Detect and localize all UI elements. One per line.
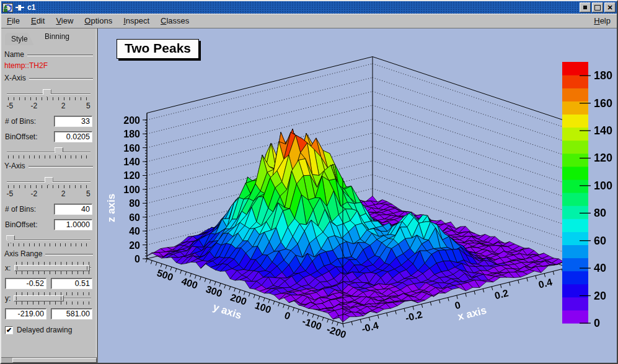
scale-label: -2	[31, 102, 38, 110]
slider-groove	[7, 152, 90, 153]
slider-ticks	[16, 301, 91, 305]
y-range-row: y:	[5, 292, 92, 305]
panel-h-scrollbar-thumb[interactable]	[12, 358, 97, 363]
y-axis-scale-slider[interactable]: -5 -2 2 5	[6, 176, 92, 199]
menu-options-rest: ptions	[90, 16, 112, 25]
canvas-pad[interactable]: Two Peaks	[98, 28, 617, 363]
panel-h-scrollbar[interactable]	[1, 357, 97, 363]
x-offset-row: BinOffset:	[5, 131, 92, 142]
axis-range-section-header: Axis Range	[4, 249, 93, 258]
surface-plot-canvas[interactable]	[98, 28, 617, 363]
slider-ticks	[8, 97, 90, 100]
x-range-fields	[5, 278, 92, 289]
panel-spacer	[4, 334, 94, 357]
delayed-drawing-row: Delayed drawing	[5, 326, 92, 334]
menu-bar: File Edit View Options Inspect Classes H…	[1, 14, 617, 28]
delayed-drawing-label: Delayed drawing	[17, 326, 72, 334]
slider-scale-labels: -5 -2 2 5	[6, 189, 92, 198]
x-min-field[interactable]	[5, 278, 46, 289]
section-divider	[45, 254, 93, 256]
menu-classes-rest: lasses	[166, 16, 189, 25]
x-axis-scale-slider[interactable]: -5 -2 2 5	[6, 88, 92, 111]
y-min-field[interactable]	[5, 308, 46, 319]
slider-ticks	[8, 155, 90, 158]
x-range-row: x:	[5, 261, 92, 275]
x-range-slider-bar[interactable]	[14, 265, 90, 271]
y-offset-field[interactable]	[54, 219, 92, 230]
plot-title[interactable]: Two Peaks	[117, 39, 199, 59]
menu-classes[interactable]: Classes	[155, 14, 195, 27]
slider-ticks	[8, 243, 90, 246]
y-offset-row: BinOffset:	[5, 219, 92, 230]
section-divider	[29, 78, 93, 80]
x-offset-slider-thumb[interactable]	[55, 147, 63, 155]
delayed-drawing-checkbox[interactable]	[5, 326, 13, 334]
y-range-label: y:	[5, 294, 14, 303]
y-axis-slider-thumb[interactable]	[45, 177, 53, 185]
menu-edit-hotkey: E	[31, 16, 37, 25]
y-offset-label: BinOffset:	[5, 220, 37, 229]
root-logo-glyph	[3, 4, 12, 12]
section-divider	[29, 166, 93, 168]
maximize-icon	[594, 5, 601, 11]
slider-groove	[7, 240, 90, 241]
y-axis-section-header: Y-Axis	[4, 162, 93, 170]
section-divider	[27, 54, 93, 56]
menu-help-rest: elp	[600, 16, 611, 25]
maximize-button[interactable]	[592, 2, 603, 12]
scale-label: -5	[7, 102, 14, 110]
menu-view[interactable]: View	[50, 14, 79, 27]
x-bins-label: # of Bins:	[5, 117, 36, 126]
menu-file[interactable]: File	[1, 14, 25, 27]
x-offset-label: BinOffset:	[5, 132, 37, 141]
binning-editor-panel: Style Binning Name htemp::TH2F X-Axis -5…	[1, 28, 98, 363]
x-offset-slider[interactable]	[6, 146, 92, 157]
x-bins-row: # of Bins:	[5, 116, 92, 127]
tab-style[interactable]: Style	[5, 33, 34, 45]
y-range-slider-bar[interactable]	[14, 295, 64, 301]
tab-binning[interactable]: Binning	[38, 30, 76, 45]
x-axis-section-header: X-Axis	[4, 74, 93, 82]
root-canvas-window: c1 File Edit View Options Inspect Classe…	[0, 0, 618, 364]
scale-label: -5	[7, 189, 14, 198]
scale-label: 2	[61, 102, 66, 110]
menu-edit[interactable]: Edit	[25, 14, 50, 27]
slider-scale-labels: -5 -2 2 5	[6, 102, 92, 110]
x-range-slider[interactable]	[14, 261, 92, 275]
editor-tabs: Style Binning	[4, 30, 94, 45]
close-button[interactable]	[604, 2, 616, 12]
menu-options[interactable]: Options	[79, 14, 118, 27]
name-section-header: Name	[4, 50, 93, 59]
y-range-slider[interactable]	[14, 292, 92, 305]
x-max-field[interactable]	[51, 278, 92, 289]
slider-ticks	[8, 185, 90, 188]
x-bins-field[interactable]	[54, 116, 92, 127]
minimize-button[interactable]	[580, 2, 591, 12]
slider-ticks	[16, 271, 91, 274]
y-bins-row: # of Bins:	[5, 204, 92, 215]
menu-inspect[interactable]: Inspect	[118, 14, 155, 27]
axis-range-section-label: Axis Range	[4, 249, 42, 258]
y-max-field[interactable]	[51, 308, 92, 319]
menu-edit-rest: dit	[37, 16, 45, 25]
y-range-fields	[5, 308, 92, 319]
title-bar[interactable]: c1	[1, 1, 617, 14]
x-range-label: x:	[5, 264, 14, 272]
menu-file-hotkey: F	[7, 16, 12, 25]
y-offset-slider-thumb[interactable]	[6, 235, 15, 243]
x-axis-slider-thumb[interactable]	[43, 89, 51, 97]
y-bins-field[interactable]	[54, 204, 92, 215]
pin-icon[interactable]	[15, 5, 24, 11]
window-title: c1	[27, 3, 35, 12]
scale-label: 5	[86, 102, 90, 110]
name-section-label: Name	[4, 50, 24, 59]
menu-help[interactable]: Help	[588, 14, 617, 27]
menu-help-hotkey: H	[594, 16, 599, 25]
menu-view-hotkey: V	[56, 16, 61, 25]
menu-inspect-rest: nspect	[126, 16, 149, 25]
y-offset-slider[interactable]	[6, 234, 92, 245]
root-logo-icon[interactable]	[2, 3, 13, 12]
minimize-icon	[583, 6, 587, 9]
x-offset-field[interactable]	[54, 131, 92, 142]
scale-label: 5	[86, 189, 90, 198]
